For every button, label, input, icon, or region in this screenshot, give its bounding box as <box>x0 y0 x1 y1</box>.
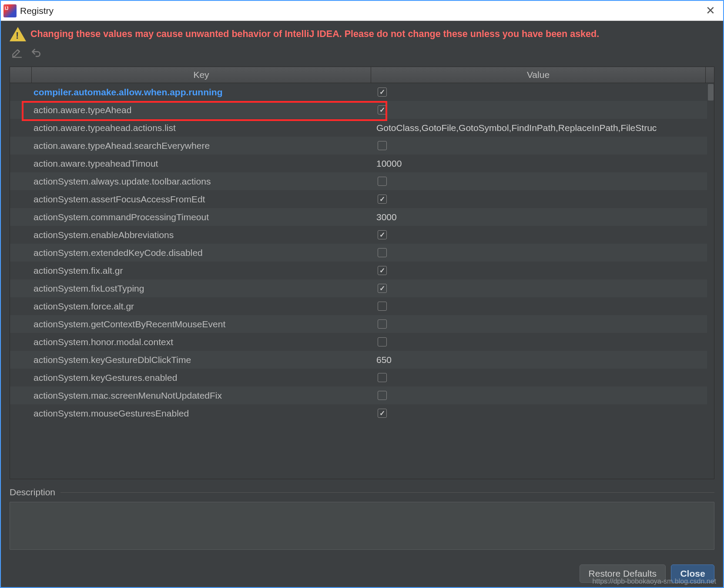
registry-value-cell[interactable]: 3000 <box>371 212 705 222</box>
revert-icon[interactable] <box>30 47 42 60</box>
registry-value-cell[interactable] <box>371 141 705 150</box>
table-row[interactable]: actionSystem.mac.screenMenuNotUpdatedFix <box>10 386 714 404</box>
scrollbar-thumb[interactable] <box>708 84 714 101</box>
checkbox[interactable] <box>378 195 387 204</box>
registry-value-text: 10000 <box>376 158 402 169</box>
watermark-text: https://dpb-bobokaoya-sm.blog.csdn.net <box>592 578 716 585</box>
registry-key-text: action.aware.typeaheadTimout <box>34 158 158 168</box>
checkbox[interactable] <box>378 141 387 150</box>
checkbox[interactable] <box>378 373 387 382</box>
registry-key-cell: actionSystem.honor.modal.context <box>10 337 371 347</box>
checkbox[interactable] <box>378 409 387 418</box>
registry-value-cell[interactable] <box>371 373 705 382</box>
description-section: Description <box>10 487 714 550</box>
checkbox[interactable] <box>378 87 387 97</box>
registry-value-cell[interactable]: 650 <box>371 355 705 365</box>
scrollbar-track[interactable] <box>707 83 714 479</box>
registry-key-cell: actionSystem.getContextByRecentMouseEven… <box>10 319 371 329</box>
table-row[interactable]: actionSystem.fix.alt.gr <box>10 262 714 279</box>
table-row[interactable]: actionSystem.always.update.toolbar.actio… <box>10 172 714 190</box>
registry-value-text: 650 <box>376 355 392 365</box>
table-row[interactable]: actionSystem.honor.modal.context <box>10 333 714 351</box>
titlebar: Registry ✕ <box>1 1 723 21</box>
separator-line <box>60 492 714 493</box>
table-row[interactable]: action.aware.typeAhead <box>10 101 714 119</box>
registry-value-cell[interactable] <box>371 195 705 204</box>
registry-key-cell: actionSystem.keyGestures.enabled <box>10 373 371 383</box>
table-row[interactable]: action.aware.typeaheadTimout10000 <box>10 155 714 172</box>
registry-key-text: actionSystem.fix.alt.gr <box>34 265 123 276</box>
checkbox[interactable] <box>378 337 387 346</box>
table-row[interactable]: actionSystem.enableAbbreviations <box>10 226 714 244</box>
registry-value-cell[interactable] <box>371 284 705 293</box>
table-row[interactable]: action.aware.typeahead.actions.listGotoC… <box>10 119 714 137</box>
checkbox[interactable] <box>378 230 387 239</box>
table-row[interactable]: actionSystem.assertFocusAccessFromEdt <box>10 190 714 208</box>
registry-key-text: actionSystem.getContextByRecentMouseEven… <box>34 319 225 329</box>
registry-value-cell[interactable] <box>371 409 705 418</box>
registry-key-text: actionSystem.honor.modal.context <box>34 337 173 347</box>
warning-banner: Changing these values may cause unwanted… <box>10 27 714 41</box>
registry-key-text: actionSystem.fixLostTyping <box>34 283 144 293</box>
checkbox[interactable] <box>378 177 387 186</box>
registry-key-text: actionSystem.keyGestures.enabled <box>34 373 177 383</box>
edit-icon[interactable] <box>11 47 23 60</box>
registry-table: Key Value compiler.automake.allow.when.a… <box>10 67 714 479</box>
table-header: Key Value <box>10 67 714 83</box>
table-row[interactable]: action.aware.typeAhead.searchEverywhere <box>10 137 714 155</box>
header-key[interactable]: Key <box>32 67 371 83</box>
registry-value-cell[interactable] <box>371 177 705 186</box>
registry-key-text: actionSystem.commandProcessingTimeout <box>34 212 209 222</box>
checkbox[interactable] <box>378 266 387 275</box>
registry-key-text: actionSystem.extendedKeyCode.disabled <box>34 248 203 258</box>
registry-value-cell[interactable] <box>371 230 705 239</box>
header-value[interactable]: Value <box>371 67 705 83</box>
table-row[interactable]: actionSystem.mouseGesturesEnabled <box>10 404 714 422</box>
registry-key-cell: actionSystem.commandProcessingTimeout <box>10 212 371 222</box>
registry-key-cell: compiler.automake.allow.when.app.running <box>10 87 371 97</box>
checkbox[interactable] <box>378 105 387 114</box>
registry-value-cell[interactable] <box>371 105 705 114</box>
registry-dialog: Registry ✕ Changing these values may cau… <box>0 0 724 588</box>
registry-key-cell: action.aware.typeAhead <box>10 105 371 115</box>
registry-value-cell[interactable]: GotoClass,GotoFile,GotoSymbol,FindInPath… <box>371 123 705 133</box>
description-textarea[interactable] <box>10 502 714 550</box>
registry-key-text: compiler.automake.allow.when.app.running <box>34 87 222 97</box>
checkbox[interactable] <box>378 248 387 257</box>
description-header: Description <box>10 487 714 497</box>
toolbar <box>10 45 714 64</box>
registry-value-cell[interactable] <box>371 319 705 329</box>
table-row[interactable]: actionSystem.commandProcessingTimeout300… <box>10 208 714 226</box>
header-scroll-gutter <box>705 67 714 83</box>
registry-value-cell[interactable] <box>371 337 705 346</box>
registry-value-cell[interactable]: 10000 <box>371 158 705 169</box>
registry-key-text: action.aware.typeAhead.searchEverywhere <box>34 141 210 151</box>
registry-key-cell: actionSystem.mac.screenMenuNotUpdatedFix <box>10 390 371 401</box>
checkbox[interactable] <box>378 391 387 400</box>
titlebar-left: Registry <box>3 4 54 17</box>
registry-value-cell[interactable] <box>371 87 705 97</box>
registry-key-cell: actionSystem.always.update.toolbar.actio… <box>10 176 371 187</box>
registry-value-cell[interactable] <box>371 302 705 311</box>
registry-key-cell: action.aware.typeaheadTimout <box>10 158 371 169</box>
warning-text: Changing these values may cause unwanted… <box>30 29 599 40</box>
table-row[interactable]: actionSystem.getContextByRecentMouseEven… <box>10 315 714 333</box>
content-area: Changing these values may cause unwanted… <box>1 21 723 557</box>
table-row[interactable]: actionSystem.keyGestures.enabled <box>10 369 714 386</box>
registry-key-text: actionSystem.enableAbbreviations <box>34 230 174 240</box>
table-row[interactable]: actionSystem.extendedKeyCode.disabled <box>10 244 714 262</box>
table-row[interactable]: compiler.automake.allow.when.app.running <box>10 83 714 101</box>
checkbox[interactable] <box>378 302 387 311</box>
table-row[interactable]: actionSystem.fixLostTyping <box>10 279 714 297</box>
registry-value-cell[interactable] <box>371 391 705 400</box>
registry-key-cell: actionSystem.enableAbbreviations <box>10 230 371 240</box>
close-icon[interactable]: ✕ <box>702 3 719 18</box>
checkbox[interactable] <box>378 284 387 293</box>
registry-key-cell: actionSystem.keyGestureDblClickTime <box>10 355 371 365</box>
registry-key-text: actionSystem.always.update.toolbar.actio… <box>34 176 211 186</box>
checkbox[interactable] <box>378 319 387 329</box>
table-row[interactable]: actionSystem.keyGestureDblClickTime650 <box>10 351 714 369</box>
registry-value-cell[interactable] <box>371 266 705 275</box>
table-row[interactable]: actionSystem.force.alt.gr <box>10 297 714 315</box>
registry-value-cell[interactable] <box>371 248 705 257</box>
